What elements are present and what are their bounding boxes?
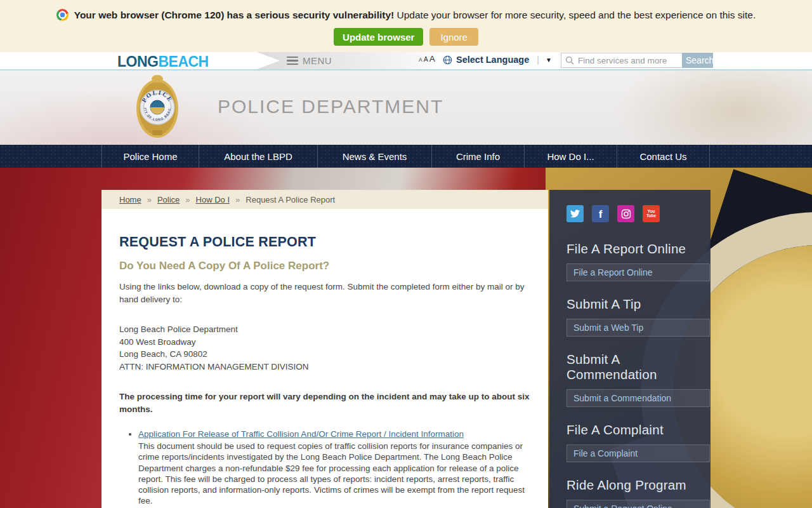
site-header: LONGBEACH MENU AAA Select Language | ▼ S… xyxy=(0,52,812,70)
sidebar: f YouTube File A Report Online File a Re… xyxy=(549,190,710,508)
search-input[interactable] xyxy=(561,53,682,68)
nav-news-events[interactable]: News & Events xyxy=(317,145,431,168)
update-browser-button[interactable]: Update browser xyxy=(334,28,423,46)
instagram-icon[interactable] xyxy=(617,205,634,222)
longbeach-logo[interactable]: LONGBEACH xyxy=(117,53,209,70)
sidebar-link-file-report[interactable]: File a Report Online xyxy=(566,264,710,281)
police-badge-icon: POLICE CITY OF LONG BEACH xyxy=(135,74,180,140)
page-banner-title: POLICE DEPARTMENT xyxy=(218,96,443,117)
ignore-button[interactable]: Ignore xyxy=(429,28,478,46)
facebook-icon[interactable]: f xyxy=(592,205,609,222)
sidebar-link-commendation[interactable]: Submit a Commendation xyxy=(566,389,710,407)
link-description: This document should be used to request … xyxy=(138,441,530,507)
nav-contact-us[interactable]: Contact Us xyxy=(617,145,710,168)
youtube-icon[interactable]: YouTube xyxy=(643,205,660,222)
nav-how-do-i[interactable]: How Do I... xyxy=(524,145,617,168)
department-banner: POLICE CITY OF LONG BEACH POLICE DEPARTM… xyxy=(0,70,812,145)
mailing-address: Long Beach Police Department 400 West Br… xyxy=(119,323,530,373)
breadcrumb-current: Request A Police Report xyxy=(246,195,335,204)
sidebar-heading-submit-tip: Submit A Tip xyxy=(566,297,710,312)
sidebar-link-submit-tip[interactable]: Submit a Web Tip xyxy=(566,319,710,337)
menu-button[interactable]: MENU xyxy=(287,55,332,66)
search-icon xyxy=(565,56,574,65)
nav-crime-info[interactable]: Crime Info xyxy=(431,145,524,168)
sidebar-heading-commendation: Submit A Commendation xyxy=(566,352,710,382)
processing-time-note: The processing time for your report will… xyxy=(119,391,530,415)
sidebar-heading-file-report: File A Report Online xyxy=(566,241,710,257)
social-icons: f YouTube xyxy=(566,205,710,222)
sidebar-heading-ride-along: Ride Along Program xyxy=(566,478,710,493)
chrome-icon xyxy=(56,9,69,21)
hamburger-icon xyxy=(287,57,298,65)
page-title: REQUEST A POLICE REPORT xyxy=(119,234,530,250)
traffic-collision-application-link[interactable]: Application For Release of Traffic Colli… xyxy=(138,429,464,439)
main-content: REQUEST A POLICE REPORT Do You Need A Co… xyxy=(102,209,548,508)
globe-icon xyxy=(443,55,452,65)
nav-about-lbpd[interactable]: About the LBPD xyxy=(199,145,317,168)
breadcrumb-home[interactable]: Home xyxy=(119,195,141,204)
language-selector[interactable]: Select Language | ▼ xyxy=(443,55,552,65)
page-subtitle: Do You Need A Copy Of A Police Report? xyxy=(119,260,530,272)
browser-warning-banner: Your web browser (Chrome 120) has a seri… xyxy=(0,0,812,52)
breadcrumb-police[interactable]: Police xyxy=(157,195,180,204)
sidebar-heading-complaint: File A Complaint xyxy=(566,422,710,438)
font-resize-control[interactable]: AAA xyxy=(419,54,435,64)
search-button[interactable]: Search xyxy=(682,53,713,68)
list-item: Application For Release of Traffic Colli… xyxy=(138,429,530,507)
twitter-icon[interactable] xyxy=(566,205,584,222)
main-navigation: Police Home About the LBPD News & Events… xyxy=(0,145,812,168)
header-chevron-band xyxy=(257,52,441,69)
intro-paragraph: Using the links below, download a copy o… xyxy=(119,281,530,305)
download-links-list: Application For Release of Traffic Colli… xyxy=(119,429,530,508)
warning-text: Your web browser (Chrome 120) has a seri… xyxy=(74,10,756,21)
breadcrumb-how-do-i[interactable]: How Do I xyxy=(196,195,230,204)
sidebar-link-complaint[interactable]: File a Complaint xyxy=(566,444,710,462)
breadcrumb: Home » Police » How Do I » Request A Pol… xyxy=(102,190,548,209)
nav-police-home[interactable]: Police Home xyxy=(102,145,199,168)
chevron-down-icon: ▼ xyxy=(546,57,552,64)
site-search: Search xyxy=(561,53,713,68)
sidebar-link-ride-along[interactable]: Submit a Request Online xyxy=(566,500,710,508)
